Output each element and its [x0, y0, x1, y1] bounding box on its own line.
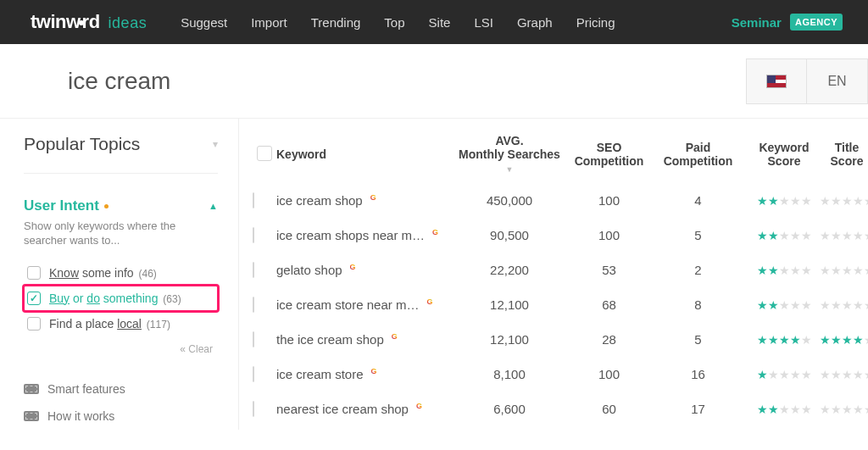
- row-checkbox[interactable]: [253, 192, 254, 208]
- col-paid[interactable]: PaidCompetition: [654, 141, 743, 168]
- nav-pricing[interactable]: Pricing: [576, 15, 615, 30]
- col-avg[interactable]: AVG.Monthly Searches▼: [454, 134, 565, 175]
- search-row: ice cream EN: [0, 44, 868, 119]
- cell-paid: 5: [654, 332, 743, 347]
- popular-topics-label: Popular Topics: [24, 134, 140, 154]
- table-row: ice cream shop 450,0001004★★★★★★★★★★: [248, 183, 868, 218]
- logo-text-b: rd: [82, 11, 100, 32]
- cell-kscore: ★★★★★: [743, 368, 826, 381]
- nav-top[interactable]: Top: [384, 15, 404, 30]
- cell-keyword[interactable]: ice cream shops near m…: [276, 228, 454, 242]
- user-intent-sub: Show only keywords where the searcher wa…: [24, 219, 218, 248]
- table-header: Keyword AVG.Monthly Searches▼ SEOCompeti…: [248, 134, 868, 183]
- intent-option-know[interactable]: Know some info (46): [24, 260, 218, 286]
- help-label: Smart features: [47, 382, 125, 396]
- cell-seo: 60: [565, 402, 654, 416]
- intent-count: (63): [163, 293, 181, 305]
- google-icon[interactable]: [368, 192, 379, 203]
- col-tscore[interactable]: TitleScore: [826, 141, 868, 168]
- row-checkbox[interactable]: [253, 227, 254, 243]
- google-icon[interactable]: [414, 400, 425, 411]
- row-checkbox[interactable]: [253, 297, 254, 313]
- country-select[interactable]: [746, 58, 807, 104]
- cell-keyword[interactable]: ice cream store: [276, 367, 454, 381]
- nav-import[interactable]: Import: [251, 15, 287, 30]
- sort-desc-icon: ▼: [506, 165, 514, 174]
- checkbox[interactable]: [27, 317, 41, 331]
- col-seo[interactable]: SEOCompetition: [565, 141, 654, 168]
- user-intent-header[interactable]: User Intent ▲: [24, 197, 218, 214]
- intent-underline: Buy: [49, 292, 70, 305]
- agency-badge[interactable]: AGENCY: [790, 14, 843, 31]
- popular-topics-header[interactable]: Popular Topics ▾: [24, 134, 218, 174]
- cell-keyword[interactable]: nearest ice cream shop: [276, 402, 454, 416]
- nav-graph[interactable]: Graph: [517, 15, 553, 30]
- card-icon: [24, 384, 39, 394]
- search-term[interactable]: ice cream: [68, 68, 746, 95]
- cell-keyword[interactable]: the ice cream shop: [276, 332, 454, 347]
- language-select[interactable]: EN: [807, 58, 868, 104]
- nav-lsi[interactable]: LSI: [474, 15, 493, 30]
- google-icon[interactable]: [430, 226, 441, 237]
- help-smart-features[interactable]: Smart features: [24, 375, 218, 403]
- intent-rest: some info: [79, 266, 134, 280]
- row-checkbox[interactable]: [253, 366, 254, 382]
- help-label: How it works: [47, 409, 114, 423]
- results: Keyword AVG.Monthly Searches▼ SEOCompeti…: [239, 119, 868, 430]
- row-checkbox[interactable]: [253, 331, 254, 347]
- help-links: Smart features How it works: [24, 375, 218, 430]
- table-row: gelato shop 22,200532★★★★★★★★★★: [248, 253, 868, 287]
- main: Popular Topics ▾ User Intent ▲ Show only…: [0, 119, 868, 430]
- intent-underline2: do: [86, 292, 100, 305]
- flag-us-icon: [766, 75, 787, 88]
- help-how-it-works[interactable]: How it works: [24, 403, 218, 430]
- intent-count: (117): [147, 319, 170, 331]
- logo[interactable]: twinwrd ideas: [31, 11, 147, 33]
- cell-kscore: ★★★★★: [743, 333, 826, 347]
- intent-mid: or: [70, 292, 86, 305]
- google-icon[interactable]: [369, 365, 380, 376]
- select-all-checkbox[interactable]: [257, 146, 272, 161]
- row-checkbox[interactable]: [253, 262, 254, 278]
- cell-keyword[interactable]: ice cream store near m…: [276, 297, 454, 312]
- intent-option-local[interactable]: Find a place local (117): [24, 311, 218, 336]
- checkbox[interactable]: [27, 266, 41, 280]
- intent-options: Know some info (46) Buy or do something …: [24, 260, 218, 336]
- nav-trending[interactable]: Trending: [311, 15, 361, 30]
- clear-link[interactable]: « Clear: [29, 343, 213, 355]
- dot-icon: [104, 204, 108, 208]
- table-row: ice cream store near m… 12,100688★★★★★★★…: [248, 287, 868, 322]
- google-icon[interactable]: [389, 331, 400, 342]
- cell-avg: 90,500: [454, 228, 565, 242]
- cell-paid: 2: [654, 263, 743, 277]
- seminar-link[interactable]: Seminar: [732, 15, 782, 30]
- row-checkbox[interactable]: [253, 401, 254, 417]
- col-keyword[interactable]: Keyword: [276, 147, 454, 161]
- cell-seo: 68: [565, 297, 654, 312]
- google-icon[interactable]: [424, 296, 435, 307]
- checkbox[interactable]: [27, 292, 41, 305]
- intent-underline: Know: [49, 266, 79, 280]
- cell-avg: 12,100: [454, 297, 565, 312]
- google-icon[interactable]: [348, 261, 359, 272]
- cell-tscore: ★★★★★: [826, 264, 868, 277]
- cell-avg: 22,200: [454, 263, 565, 277]
- col-kscore[interactable]: KeywordScore: [743, 141, 826, 168]
- nav-links: Suggest Import Trending Top Site LSI Gra…: [181, 15, 615, 30]
- nav-suggest[interactable]: Suggest: [181, 15, 227, 30]
- locale-group: EN: [746, 58, 868, 104]
- cell-avg: 450,000: [454, 193, 565, 208]
- cell-paid: 8: [654, 297, 743, 312]
- nav-right: Seminar AGENCY: [732, 14, 843, 31]
- cell-keyword[interactable]: ice cream shop: [276, 193, 454, 208]
- cell-seo: 100: [565, 193, 654, 208]
- top-nav: twinwrd ideas Suggest Import Trending To…: [0, 0, 868, 44]
- cell-keyword[interactable]: gelato shop: [276, 263, 454, 277]
- table-row: ice cream store 8,10010016★★★★★★★★★★: [248, 357, 868, 392]
- intent-option-buy[interactable]: Buy or do something (63): [24, 286, 218, 311]
- triangle-up-icon: ▲: [209, 201, 218, 211]
- cell-paid: 5: [654, 228, 743, 242]
- card-icon: [24, 411, 39, 421]
- nav-site[interactable]: Site: [429, 15, 451, 30]
- cell-tscore: ★★★★★: [826, 298, 868, 312]
